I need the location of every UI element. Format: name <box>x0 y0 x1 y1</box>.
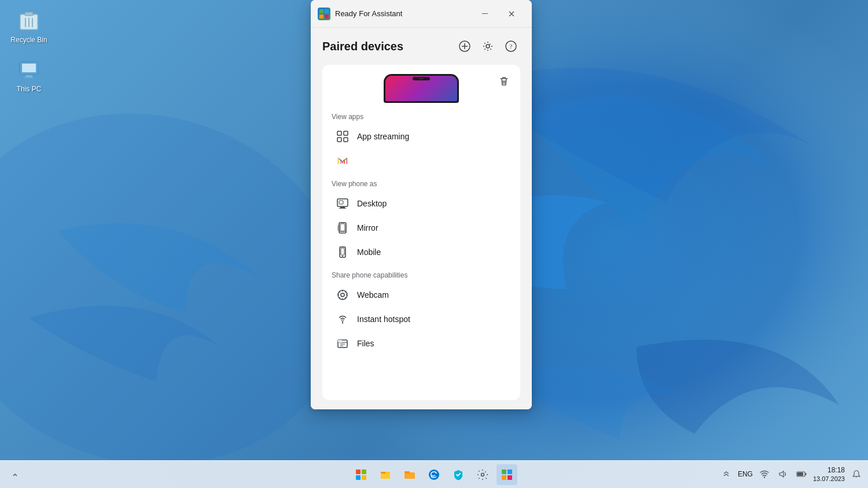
title-bar-left: Ready For Assistant <box>318 8 402 20</box>
taskbar-file-explorer[interactable] <box>375 464 396 485</box>
svg-rect-70 <box>797 472 803 476</box>
hotspot-icon <box>336 313 349 326</box>
svg-rect-13 <box>319 14 323 19</box>
section-header: Paired devices <box>322 37 520 56</box>
wifi-icon[interactable] <box>757 467 771 481</box>
window-title: Ready For Assistant <box>335 9 402 18</box>
system-tray-overflow[interactable] <box>719 467 733 481</box>
app-streaming-item[interactable]: App streaming <box>332 124 511 149</box>
view-phone-label: View phone as <box>332 180 511 188</box>
desktop-item[interactable]: Desktop <box>332 191 511 216</box>
svg-rect-14 <box>325 14 329 19</box>
taskbar-right: ENG 18:18 13.07.2023 <box>719 466 863 483</box>
this-pc-icon <box>16 57 42 83</box>
minimize-button[interactable] <box>472 5 498 23</box>
mirror-icon <box>336 221 349 234</box>
app-streaming-icon <box>336 130 349 143</box>
app-window: Ready For Assistant Paired devices <box>311 0 532 409</box>
hotspot-label: Instant hotspot <box>357 315 410 324</box>
desktop-icon-menu <box>336 197 349 210</box>
svg-line-50 <box>339 291 340 292</box>
svg-point-43 <box>342 256 343 257</box>
svg-rect-38 <box>340 224 345 231</box>
date-display: 13.07.2023 <box>813 475 845 483</box>
title-bar-controls <box>472 5 525 23</box>
svg-line-53 <box>339 297 340 298</box>
desktop-icon-this-pc[interactable]: This PC <box>8 55 50 95</box>
mirror-item[interactable]: Mirror <box>332 216 511 240</box>
content-area: Paired devices <box>311 28 532 409</box>
gmail-item[interactable]: M <box>332 149 511 173</box>
phone-image <box>384 74 459 106</box>
svg-rect-29 <box>337 138 341 142</box>
language-indicator[interactable]: ENG <box>738 470 753 478</box>
svg-rect-40 <box>337 225 339 231</box>
app-streaming-label: App streaming <box>357 132 409 141</box>
svg-rect-63 <box>381 472 385 474</box>
taskbar-folder[interactable] <box>399 464 420 485</box>
volume-icon[interactable] <box>776 467 790 481</box>
svg-point-45 <box>341 293 344 297</box>
svg-rect-28 <box>344 131 348 135</box>
desktop-label: Desktop <box>357 199 387 208</box>
svg-point-66 <box>429 469 439 480</box>
svg-point-21 <box>486 45 490 48</box>
webcam-item[interactable]: Webcam <box>332 283 511 307</box>
mobile-item[interactable]: Mobile <box>332 240 511 264</box>
delete-device-button[interactable] <box>495 72 513 90</box>
taskbar-chevron[interactable] <box>5 464 25 485</box>
files-item[interactable]: Files <box>332 331 511 356</box>
svg-line-52 <box>345 291 345 292</box>
battery-icon[interactable] <box>795 467 808 481</box>
svg-point-68 <box>764 477 765 478</box>
files-label: Files <box>357 339 374 348</box>
svg-point-55 <box>342 320 343 321</box>
device-card: View apps App streaming <box>322 65 520 400</box>
add-device-button[interactable] <box>455 37 474 56</box>
desktop-icon-recycle-bin[interactable]: Recycle Bin <box>8 6 50 46</box>
webcam-label: Webcam <box>357 290 389 300</box>
settings-button[interactable] <box>479 37 497 56</box>
start-button[interactable] <box>351 464 372 485</box>
app-logo-icon <box>318 8 330 20</box>
taskbar-settings[interactable] <box>472 464 493 485</box>
svg-rect-15 <box>482 13 488 14</box>
share-label: Share phone capabilities <box>332 271 511 279</box>
svg-rect-42 <box>341 248 344 255</box>
svg-line-51 <box>345 297 345 298</box>
taskbar: ENG 18:18 13.07.2023 <box>0 460 868 488</box>
svg-text:?: ? <box>510 43 513 50</box>
taskbar-windows-security[interactable] <box>448 464 469 485</box>
files-icon <box>336 337 349 350</box>
webcam-icon <box>336 289 349 301</box>
svg-rect-60 <box>338 340 342 342</box>
this-pc-label: This PC <box>17 85 42 93</box>
svg-rect-11 <box>319 9 323 13</box>
svg-rect-12 <box>325 9 329 13</box>
help-button[interactable]: ? <box>502 37 520 56</box>
view-apps-label: View apps <box>332 113 511 121</box>
svg-rect-71 <box>805 473 806 475</box>
windows-logo-icon <box>356 469 366 480</box>
svg-rect-9 <box>25 75 32 77</box>
mirror-label: Mirror <box>357 223 378 232</box>
taskbar-edge[interactable] <box>424 464 444 485</box>
svg-rect-27 <box>337 131 341 135</box>
taskbar-time[interactable]: 18:18 13.07.2023 <box>813 466 845 483</box>
close-button[interactable] <box>498 5 525 23</box>
notification-icon[interactable] <box>849 467 863 481</box>
hotspot-item[interactable]: Instant hotspot <box>332 307 511 331</box>
header-actions: ? <box>455 37 520 56</box>
svg-rect-10 <box>24 77 34 79</box>
time-display: 18:18 <box>813 466 845 475</box>
mobile-icon <box>336 246 349 258</box>
svg-rect-62 <box>381 473 390 479</box>
recycle-bin-icon <box>16 8 42 34</box>
phone-illustration <box>332 74 511 106</box>
mobile-label: Mobile <box>357 247 381 257</box>
taskbar-left <box>5 464 25 485</box>
section-title: Paired devices <box>322 40 403 53</box>
taskbar-center <box>351 464 517 485</box>
svg-point-67 <box>481 473 484 476</box>
taskbar-ready-for-assistant[interactable] <box>496 464 517 485</box>
